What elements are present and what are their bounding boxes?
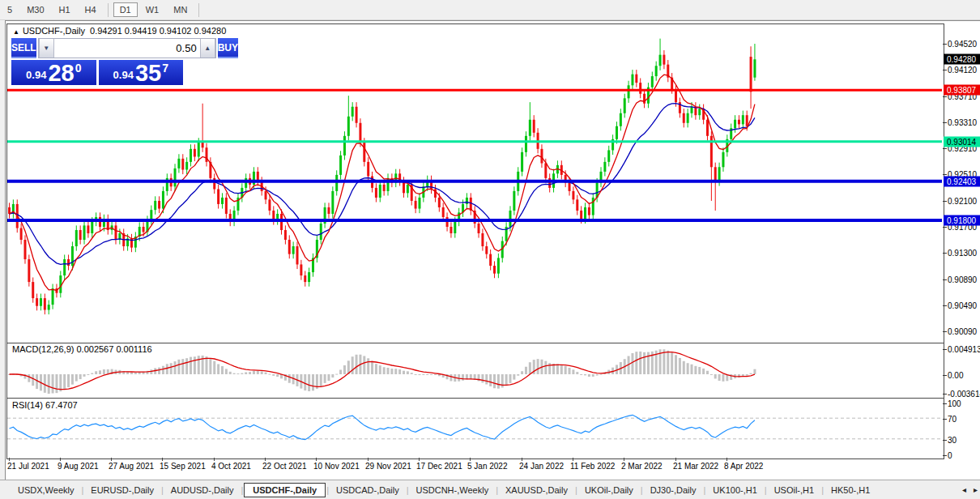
buy-button[interactable]: BUY: [218, 38, 238, 58]
macd-label: MACD(12,26,9) 0.002567 0.001116: [12, 344, 152, 354]
terminal-root: 5M30H1H4D1W1MN ▲USDCHF-,Daily 0.94291 0.…: [0, 0, 980, 499]
price-tick-label: 0.92100: [948, 197, 977, 206]
timeframe-button-mn[interactable]: MN: [167, 2, 194, 17]
timeframe-button-m30[interactable]: M30: [20, 2, 50, 17]
price-tick-label: 0.90490: [948, 301, 977, 310]
tab-usoil-h1[interactable]: USOil-,H1: [768, 483, 821, 497]
symbol-label: USDCHF-,Daily: [23, 26, 85, 36]
buy-price-sup: 7: [162, 62, 168, 75]
date-tick-mark: [726, 458, 727, 461]
symbol-tabbar: USDX,Weekly|EURUSD-,Daily|AUDUSD-,Daily|…: [0, 480, 980, 499]
tab-separator: |: [765, 485, 767, 495]
price-tick-mark: [943, 331, 947, 332]
tab-usdchf-daily[interactable]: USDCHF-,Daily: [244, 483, 326, 497]
tab-separator: |: [407, 485, 409, 495]
price-tick-label: 0.94520: [948, 40, 977, 49]
date-tick-label: 27 Aug 2021: [109, 462, 154, 471]
buy-price-button[interactable]: 0.94357: [99, 60, 184, 85]
price-tick-label: 0.93310: [948, 118, 977, 127]
tab-uk100-h1[interactable]: UK100-,H1: [706, 483, 763, 497]
macd-tick-label: 0.00: [948, 371, 963, 380]
date-tick-mark: [368, 458, 369, 461]
tab-scroll-nav: ◂▸: [962, 485, 978, 494]
symbol-up-arrow-icon: ▲: [13, 28, 19, 36]
volume-increase-button[interactable]: ▲: [200, 39, 215, 58]
price-tick-mark: [943, 44, 947, 45]
rsi-tick-mark: [943, 440, 947, 441]
tab-separator: |: [641, 485, 643, 495]
price-tick-mark: [943, 279, 947, 280]
tab-audusd-daily[interactable]: AUDUSD-,Daily: [164, 483, 241, 497]
date-tick-mark: [162, 458, 163, 461]
tab-scroll-left-icon[interactable]: ◂: [962, 485, 966, 494]
price-tick-mark: [943, 70, 947, 70]
date-tick-label: 5 Jan 2022: [467, 462, 508, 471]
date-tick-mark: [214, 458, 215, 461]
sell-price-button[interactable]: 0.94280: [11, 60, 96, 85]
date-tick-mark: [470, 458, 471, 461]
timeframe-button-w1[interactable]: W1: [139, 2, 166, 17]
tab-dj30-daily[interactable]: DJ30-,Daily: [644, 483, 703, 497]
price-tick-mark: [943, 305, 947, 306]
tab-hk50-h1[interactable]: HK50-,H1: [824, 483, 876, 497]
price-badge: 0.93014: [944, 137, 980, 147]
buy-price-big: 35: [135, 62, 161, 84]
macd-tick-mark: [943, 375, 947, 376]
date-tick-label: 22 Oct 2021: [262, 462, 306, 471]
rsi-pane[interactable]: [6, 398, 944, 459]
chart-symbol-line: ▲USDCHF-,Daily 0.94291 0.94419 0.94102 0…: [13, 26, 226, 36]
macd-tick-mark: [943, 394, 947, 395]
tab-usdcad-daily[interactable]: USDCAD-,Daily: [330, 483, 406, 497]
price-tick-mark: [943, 174, 947, 175]
price-badge: 0.94280: [944, 54, 980, 65]
one-click-trade-panel: SELL ▼ ▲ BUY 0.94280 0.94357: [11, 38, 183, 85]
price-tick-label: 0.90890: [948, 275, 977, 284]
price-tick-label: 0.94120: [948, 66, 977, 75]
rsi-canvas[interactable]: [7, 399, 942, 457]
date-tick-mark: [316, 458, 317, 461]
rsi-tick-label: 30: [948, 436, 957, 445]
timeframe-button-5[interactable]: 5: [1, 2, 19, 17]
price-tick-mark: [943, 227, 947, 228]
tab-separator: |: [704, 485, 706, 495]
price-tick-label: 0.91300: [948, 249, 977, 258]
chart-window: ▲USDCHF-,Daily 0.94291 0.94419 0.94102 0…: [5, 20, 980, 480]
tab-usdx-weekly[interactable]: USDX,Weekly: [11, 483, 80, 497]
timeframe-button-h1[interactable]: H1: [53, 2, 77, 17]
price-tick-mark: [943, 201, 947, 202]
date-tick-label: 24 Jan 2022: [519, 462, 564, 471]
timeframe-button-d1[interactable]: D1: [113, 2, 138, 17]
buy-price-base: 0.94: [113, 69, 134, 81]
price-badge: 0.92403: [944, 177, 980, 187]
tab-separator: |: [161, 485, 164, 495]
rsi-tick-mark: [943, 403, 947, 404]
date-tick-mark: [60, 458, 61, 461]
tab-ukoil-daily[interactable]: UKOil-,Daily: [578, 483, 640, 497]
date-tick-label: 21 Jul 2021: [7, 462, 49, 471]
tab-eurusd-daily[interactable]: EURUSD-,Daily: [84, 483, 160, 497]
tab-xauusd-daily[interactable]: XAUUSD-,Daily: [499, 483, 574, 497]
macd-tick-label: 0.004913: [948, 345, 980, 354]
rsi-tick-mark: [943, 419, 947, 420]
rsi-label: RSI(14) 67.4707: [12, 400, 78, 410]
timeframe-button-h4[interactable]: H4: [79, 2, 103, 17]
volume-input[interactable]: [54, 39, 200, 58]
date-tick-mark: [573, 458, 573, 461]
date-tick-mark: [675, 458, 676, 461]
sell-button[interactable]: SELL: [11, 38, 36, 58]
tab-separator: |: [326, 485, 329, 495]
volume-decrease-button[interactable]: ▼: [39, 39, 54, 58]
rsi-tick-label: 0: [948, 451, 952, 460]
rsi-tick-mark: [943, 455, 947, 456]
tab-separator: |: [821, 485, 824, 495]
date-tick-label: 15 Sep 2021: [160, 462, 206, 471]
date-tick-label: 4 Oct 2021: [211, 462, 251, 471]
tab-scroll-right-icon[interactable]: ▸: [974, 485, 978, 494]
price-tick-mark: [943, 122, 947, 123]
date-tick-label: 17 Dec 2021: [416, 462, 462, 471]
timeframe-toolbar: 5M30H1H4D1W1MN: [0, 0, 980, 20]
price-badge: 0.91800: [944, 215, 980, 226]
tab-separator: |: [81, 485, 83, 495]
tab-usdcnh-weekly[interactable]: USDCNH-,Weekly: [410, 483, 496, 497]
price-badge: 0.93807: [944, 85, 980, 96]
